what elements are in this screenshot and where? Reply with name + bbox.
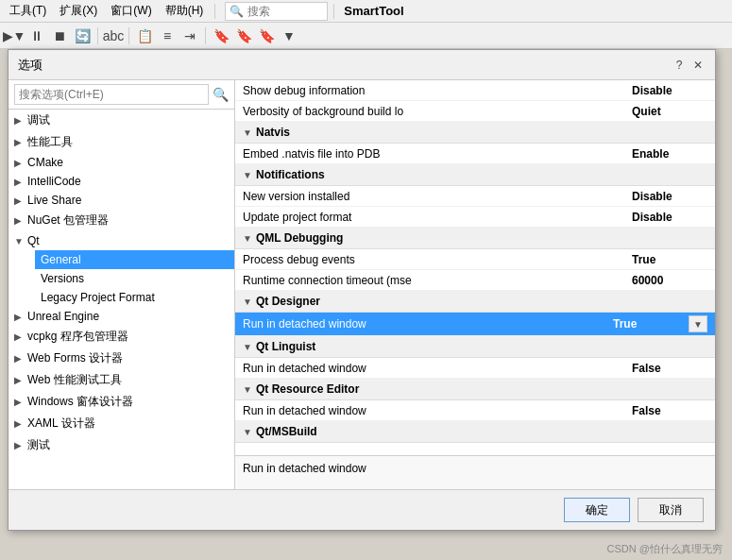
- options-search-icon[interactable]: 🔍: [213, 87, 229, 102]
- tree-item-unreal[interactable]: ▶ Unreal Engine: [9, 307, 234, 326]
- tree-arrow-cmake: ▶: [14, 158, 27, 168]
- left-panel: 🔍 ▶ 调试 ▶ 性能工具 ▶ CMake ▶ IntelliC: [9, 80, 235, 489]
- dialog-close-btn[interactable]: ✕: [690, 58, 706, 73]
- section-label-qt-msbuild: Qt/MSBuild: [256, 425, 317, 438]
- section-label-notifications: Notifications: [256, 168, 325, 181]
- menu-help[interactable]: 帮助(H): [160, 1, 210, 21]
- setting-name-debug-info: Show debug information: [243, 84, 632, 97]
- toolbar-restart-btn[interactable]: 🔄: [72, 25, 93, 46]
- setting-row-verbosity[interactable]: Verbosity of background build lo Quiet: [235, 101, 715, 122]
- ok-button[interactable]: 确定: [564, 498, 630, 522]
- setting-name-linguist-detached: Run in detached window: [243, 362, 632, 375]
- options-search-input[interactable]: [14, 84, 209, 105]
- section-arrow-qml: ▼: [243, 233, 256, 244]
- menu-tools[interactable]: 工具(T): [4, 1, 52, 21]
- tree-arrow-winforms: ▶: [14, 397, 27, 407]
- section-natvis[interactable]: ▼ Natvis: [235, 122, 715, 144]
- menu-separator-2: [333, 4, 334, 19]
- tree-label-perf: 性能工具: [27, 134, 229, 150]
- menu-window[interactable]: 窗口(W): [105, 1, 157, 21]
- smarttool-label: SmartTool: [344, 4, 403, 18]
- dialog-footer: 确定 取消: [9, 489, 715, 530]
- menu-extensions[interactable]: 扩展(X): [54, 1, 103, 21]
- section-arrow-qt-linguist: ▼: [243, 342, 256, 352]
- setting-row-process-debug[interactable]: Process debug events True: [235, 249, 715, 270]
- setting-value-linguist-detached: False: [632, 362, 707, 375]
- toolbar-abc-btn[interactable]: abc: [103, 25, 124, 46]
- setting-name-update-project: Update project format: [243, 211, 632, 224]
- toolbar-debug-btn[interactable]: ▶▼: [4, 25, 25, 46]
- setting-row-linguist-detached[interactable]: Run in detached window False: [235, 358, 715, 379]
- tree-label-qt-legacy: Legacy Project Format: [41, 291, 229, 304]
- tree-item-qt-general[interactable]: General: [35, 250, 234, 269]
- tree-item-intellicode[interactable]: ▶ IntelliCode: [9, 172, 234, 191]
- section-arrow-qt-msbuild: ▼: [243, 427, 256, 437]
- toolbar-bookmark-btn[interactable]: 🔖: [211, 25, 231, 46]
- tree-item-liveshare[interactable]: ▶ Live Share: [9, 191, 234, 210]
- setting-value-runtime-timeout: 60000: [632, 274, 707, 287]
- tree-item-webforms[interactable]: ▶ Web Forms 设计器: [9, 348, 234, 369]
- setting-value-resource-detached: False: [632, 404, 707, 417]
- cancel-button[interactable]: 取消: [638, 498, 704, 522]
- setting-value-debug-info: Disable: [632, 84, 707, 97]
- tree-item-winforms[interactable]: ▶ Windows 窗体设计器: [9, 391, 234, 413]
- section-arrow-qt-resource: ▼: [243, 384, 256, 395]
- section-qt-designer[interactable]: ▼ Qt Designer: [235, 291, 715, 313]
- tree-item-qt[interactable]: ▼ Qt: [9, 231, 234, 250]
- setting-row-qt-designer-detached[interactable]: Run in detached window True ▼: [235, 313, 715, 336]
- top-search-box[interactable]: 🔍: [225, 2, 328, 21]
- toolbar-stop-btn[interactable]: ⏹: [49, 25, 70, 46]
- section-label-qml: QML Debugging: [256, 231, 343, 245]
- tree-qt-children: General Versions Legacy Project Format: [9, 250, 234, 307]
- toolbar-copy-btn[interactable]: 📋: [134, 25, 155, 46]
- tree-label-winforms: Windows 窗体设计器: [27, 394, 229, 410]
- watermark: CSDN @怕什么真理无穷: [607, 542, 723, 556]
- dialog-help-btn[interactable]: ?: [672, 58, 687, 73]
- tree-item-qt-versions[interactable]: Versions: [35, 269, 234, 288]
- setting-dropdown-qt-designer[interactable]: ▼: [689, 315, 707, 332]
- tree-item-qt-legacy[interactable]: Legacy Project Format: [35, 288, 234, 307]
- section-qt-resource[interactable]: ▼ Qt Resource Editor: [235, 379, 715, 400]
- setting-value-new-version: Disable: [632, 190, 707, 203]
- toolbar-bm-drop-btn[interactable]: ▼: [279, 25, 299, 46]
- tree-arrow-vcpkg: ▶: [14, 331, 27, 342]
- tree-label-xaml: XAML 设计器: [27, 416, 229, 432]
- setting-row-runtime-timeout[interactable]: Runtime connection timeout (mse 60000: [235, 270, 715, 291]
- tree-item-webperf[interactable]: ▶ Web 性能测试工具: [9, 369, 234, 391]
- tree-item-vcpkg[interactable]: ▶ vcpkg 程序包管理器: [9, 326, 234, 348]
- tree-item-nuget[interactable]: ▶ NuGet 包管理器: [9, 210, 234, 231]
- tree-item-test[interactable]: ▶ 测试: [9, 434, 234, 456]
- toolbar-pause-btn[interactable]: ⏸: [26, 25, 47, 46]
- section-notifications[interactable]: ▼ Notifications: [235, 164, 715, 186]
- tree-label-intellicode: IntelliCode: [27, 175, 229, 188]
- tree-label-cmake: CMake: [27, 156, 229, 169]
- settings-list: Show debug information Disable Verbosity…: [235, 80, 715, 455]
- tree-label-debug: 调试: [27, 112, 229, 128]
- setting-row-resource-detached[interactable]: Run in detached window False: [235, 400, 715, 421]
- toolbar-indent-btn[interactable]: ⇥: [179, 25, 200, 46]
- tree-label-test: 测试: [27, 437, 229, 453]
- right-panel: Show debug information Disable Verbosity…: [235, 80, 715, 489]
- description-bar: Run in detached window: [235, 455, 715, 489]
- setting-row-new-version[interactable]: New version installed Disable: [235, 186, 715, 207]
- toolbar-bm3-btn[interactable]: 🔖: [256, 25, 277, 46]
- tree-item-perf[interactable]: ▶ 性能工具: [9, 131, 234, 153]
- toolbar-align-btn[interactable]: ≡: [157, 25, 178, 46]
- tree-arrow-intellicode: ▶: [14, 177, 27, 187]
- setting-value-update-project: Disable: [632, 211, 707, 224]
- setting-row-debug-info[interactable]: Show debug information Disable: [235, 80, 715, 101]
- tree-item-xaml[interactable]: ▶ XAML 设计器: [9, 413, 234, 434]
- section-qml[interactable]: ▼ QML Debugging: [235, 228, 715, 249]
- setting-row-update-project[interactable]: Update project format Disable: [235, 207, 715, 228]
- top-search-input[interactable]: [247, 5, 323, 18]
- tree-arrow-liveshare: ▶: [14, 195, 27, 206]
- tree-item-debug[interactable]: ▶ 调试: [9, 110, 234, 131]
- options-dialog: 选项 ? ✕ 🔍 ▶ 调试 ▶ 性能工具: [8, 49, 716, 531]
- section-qt-msbuild[interactable]: ▼ Qt/MSBuild: [235, 421, 715, 443]
- setting-row-embed-natvis[interactable]: Embed .natvis file into PDB Enable: [235, 144, 715, 164]
- toolbar-bm2-btn[interactable]: 🔖: [233, 25, 254, 46]
- tree-arrow-webforms: ▶: [14, 353, 27, 364]
- tree-item-cmake[interactable]: ▶ CMake: [9, 153, 234, 172]
- section-qt-linguist[interactable]: ▼ Qt Linguist: [235, 336, 715, 358]
- section-arrow-qt-designer: ▼: [243, 297, 256, 307]
